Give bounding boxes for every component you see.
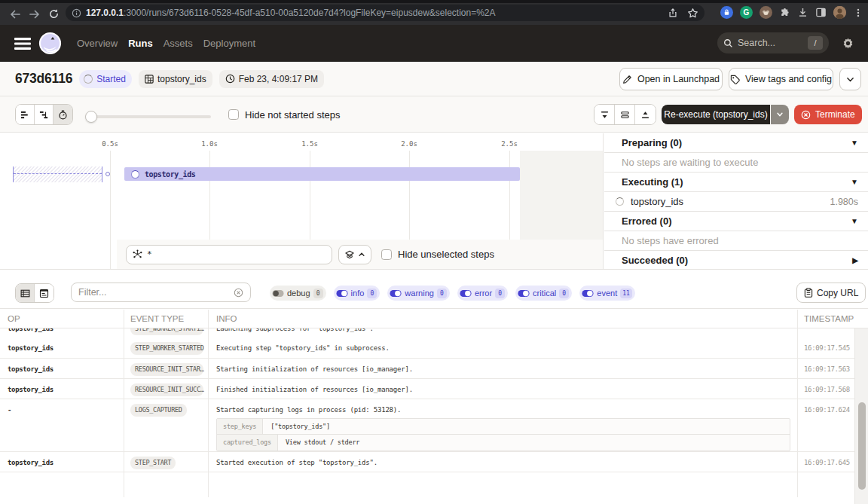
extension-icon-monkey[interactable] (760, 6, 772, 19)
downloads-icon[interactable] (797, 7, 808, 18)
browser-back-button[interactable] (6, 3, 24, 25)
section-title: Succeeded (0) (622, 255, 688, 266)
log-level-info[interactable]: info 0 (334, 286, 381, 301)
log-scrollbar-track[interactable] (854, 328, 868, 504)
expand-bottom-panel-button[interactable] (594, 105, 615, 124)
settings-gear-icon[interactable] (842, 37, 854, 50)
browser-profile-avatar[interactable] (833, 6, 846, 19)
browser-forward-button[interactable] (26, 3, 44, 25)
browser-reload-button[interactable] (44, 3, 63, 25)
log-metadata-table: step_keys ["topstory_ids"] captured_logs… (216, 418, 790, 451)
run-job-tag[interactable]: topstory_ids (139, 70, 212, 88)
terminate-x-icon (801, 110, 811, 120)
log-row[interactable]: topstory_ids STEP_START Started executio… (0, 452, 868, 472)
sidebar-toggle-icon[interactable] (815, 7, 827, 18)
step-query-actions-button[interactable] (338, 245, 371, 264)
terminate-button[interactable]: Terminate (794, 105, 862, 124)
section-preparing-header[interactable]: Preparing (0) ▼ (604, 133, 868, 153)
log-filter-input[interactable]: Filter... (71, 283, 251, 302)
log-view-raw-button[interactable] (35, 284, 53, 302)
section-title: Executing (1) (622, 176, 683, 188)
section-errored-empty: No steps have errored (604, 231, 868, 251)
axis-tick-label: 2.0s (401, 140, 417, 148)
browser-address-bar[interactable]: 127.0.0.1:3000/runs/673d6116-0528-45df-a… (66, 5, 704, 21)
gantt-mode-timed-button[interactable] (53, 105, 72, 124)
log-row-logs-captured[interactable]: - LOGS_CAPTURED Started capturing logs i… (0, 399, 868, 452)
extension-icon-grammarly[interactable]: G (740, 6, 753, 19)
view-stdout-stderr-link[interactable]: View stdout / stderr (278, 438, 367, 447)
caret-down-icon: ▼ (851, 139, 858, 147)
log-level-critical[interactable]: critical 0 (515, 286, 572, 301)
section-executing-header[interactable]: Executing (1) ▼ (604, 173, 868, 192)
hide-not-started-checkbox[interactable] (228, 109, 239, 120)
gantt-mode-waterfall-button[interactable] (35, 105, 53, 124)
log-row[interactable]: topstory_ids STEP_WORKER_STARTED Executi… (0, 338, 868, 359)
log-row[interactable]: topstory_ids STEP_WORKER_STARTI… Launchi… (0, 328, 868, 338)
search-shortcut-badge: / (808, 36, 823, 50)
split-even-panels-button[interactable] (615, 105, 635, 124)
expand-top-panel-button[interactable] (635, 105, 656, 124)
terminate-label: Terminate (815, 109, 855, 120)
flat-bars-icon (20, 110, 30, 120)
log-op: topstory_ids (8, 344, 53, 352)
url-text[interactable]: 127.0.0.1:3000/runs/673d6116-0528-45df-a… (86, 8, 668, 18)
log-level-count: 0 (367, 289, 377, 298)
executing-step-row[interactable]: topstory_ids 1.980s (604, 192, 868, 212)
stopwatch-icon (58, 110, 68, 120)
browser-menu-icon[interactable] (853, 8, 863, 18)
global-search-input[interactable]: Search... / (717, 32, 829, 53)
section-errored-header[interactable]: Errored (0) ▼ (604, 212, 868, 231)
hide-unselected-label: Hide unselected steps (398, 249, 494, 260)
log-level-error[interactable]: error 0 (457, 286, 508, 301)
gantt-waiting-marker (13, 166, 102, 182)
open-in-launchpad-label: Open in Launchpad (637, 74, 720, 84)
reexecute-button[interactable]: Re-execute (topstory_ids) (662, 105, 770, 124)
log-level-event[interactable]: event 11 (579, 286, 635, 301)
run-status-label: Started (96, 74, 126, 84)
nav-item-runs[interactable]: Runs (128, 35, 153, 52)
bookmark-star-icon[interactable] (687, 8, 698, 19)
open-in-launchpad-button[interactable]: Open in Launchpad (619, 68, 723, 90)
log-level-count: 0 (559, 289, 569, 298)
nav-item-overview[interactable]: Overview (77, 35, 118, 52)
dagster-logo[interactable] (38, 32, 62, 55)
site-info-icon[interactable] (72, 8, 81, 18)
run-more-actions-button[interactable] (839, 68, 861, 90)
axis-tick-label: 2.5s (501, 140, 518, 148)
log-scrollbar-thumb[interactable] (858, 402, 866, 490)
nav-item-deployment[interactable]: Deployment (203, 35, 255, 52)
log-view-table-button[interactable] (16, 284, 35, 302)
run-id-title: 673d6116 (15, 71, 72, 87)
run-status-badge[interactable]: Started (79, 70, 132, 88)
log-row[interactable]: topstory_ids RESOURCE_INIT_STAR… Startin… (0, 359, 868, 379)
log-row[interactable]: topstory_ids RESOURCE_INIT_SUCC… Finishe… (0, 379, 868, 399)
log-row-partial: topstory_ids STEP_WORKER_STARTI… Launchi… (0, 328, 868, 338)
hide-unselected-checkbox[interactable] (381, 249, 392, 260)
view-tags-config-button[interactable]: View tags and config (729, 68, 833, 90)
extension-icon-blue[interactable] (720, 6, 733, 19)
section-succeeded-header[interactable]: Succeeded (0) ▶ (604, 251, 868, 270)
log-level-warning[interactable]: warning 0 (387, 286, 450, 301)
search-icon (723, 38, 733, 48)
gantt-zoom-slider-track[interactable] (91, 115, 211, 118)
gantt-zoom-slider-handle[interactable] (85, 111, 97, 123)
run-start-time-tag[interactable]: Feb 23, 4:09:17 PM (219, 70, 324, 88)
toggle-on-icon (582, 289, 594, 298)
extensions-puzzle-icon[interactable] (779, 7, 790, 18)
clock-icon (225, 74, 235, 84)
log-level-label: critical (533, 289, 556, 298)
reexecute-dropdown-button[interactable] (771, 105, 789, 124)
hamburger-menu-icon[interactable] (14, 37, 31, 50)
log-level-filters: debug 0 info 0 warning 0 error 0 critica… (270, 286, 635, 301)
nav-item-assets[interactable]: Assets (164, 35, 193, 52)
step-selector-input[interactable]: * (126, 245, 332, 264)
gantt-mode-flat-button[interactable] (16, 105, 35, 124)
gantt-step-bar[interactable]: topstory_ids (124, 167, 520, 181)
copy-url-button[interactable]: Copy URL (796, 283, 866, 303)
share-icon[interactable] (668, 8, 678, 18)
step-name: topstory_ids (631, 196, 683, 207)
toggle-off-icon (272, 289, 284, 298)
metadata-key: step_keys (217, 419, 263, 434)
clear-filter-icon[interactable] (234, 288, 243, 298)
log-level-debug[interactable]: debug 0 (270, 286, 326, 301)
